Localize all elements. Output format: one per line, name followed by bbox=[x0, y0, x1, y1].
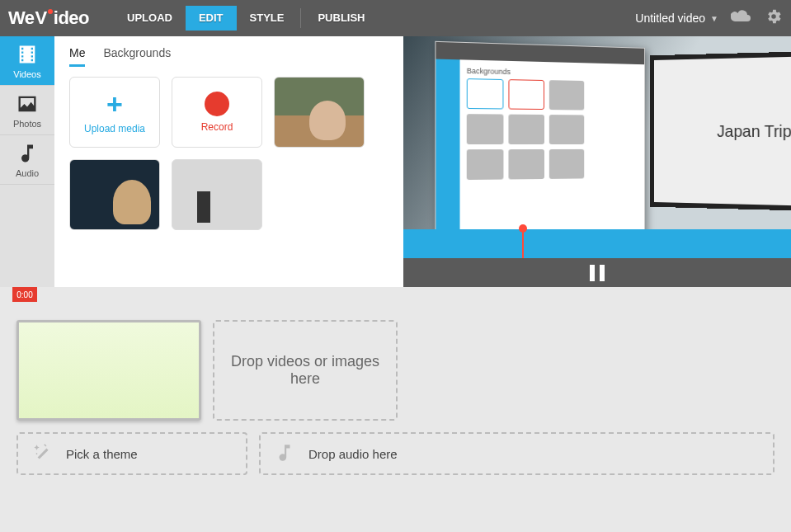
tab-backgrounds[interactable]: Backgrounds bbox=[103, 46, 171, 67]
theme-drop-label: Pick a theme bbox=[66, 447, 138, 461]
project-title-dropdown[interactable]: Untitled video ▼ bbox=[635, 12, 718, 25]
wand-icon bbox=[31, 442, 53, 466]
theme-drop-zone[interactable]: Pick a theme bbox=[16, 432, 247, 475]
nav-publish[interactable]: PUBLISH bbox=[304, 6, 378, 31]
media-thumbnail[interactable] bbox=[172, 159, 262, 230]
preview-canvas[interactable]: Backgrounds Japan Trip bbox=[403, 36, 791, 229]
scrubber-track[interactable] bbox=[403, 229, 791, 258]
nav-style[interactable]: STYLE bbox=[237, 6, 298, 31]
preview-title-text: Japan Trip bbox=[717, 121, 791, 140]
preview-pane: Backgrounds Japan Trip bbox=[403, 36, 791, 287]
media-thumbnail[interactable] bbox=[274, 77, 365, 148]
music-note-icon bbox=[16, 142, 39, 165]
playback-bar bbox=[403, 258, 791, 287]
sidebar-tab-label: Videos bbox=[13, 69, 40, 79]
video-drop-zone[interactable]: Drop videos or images here bbox=[213, 320, 398, 421]
logo-dot-icon bbox=[48, 9, 53, 14]
film-icon bbox=[16, 43, 39, 66]
drop-zone-label: Drop videos or images here bbox=[223, 353, 388, 388]
nav-edit[interactable]: EDIT bbox=[186, 6, 237, 31]
project-title-label: Untitled video bbox=[635, 12, 705, 25]
sidebar-tab-label: Audio bbox=[16, 168, 39, 178]
settings-gear-icon[interactable] bbox=[765, 7, 783, 29]
media-sidebar: Videos Photos Audio bbox=[0, 36, 54, 287]
sidebar-tab-label: Photos bbox=[13, 119, 41, 129]
record-card[interactable]: Record bbox=[172, 77, 262, 148]
cloud-icon[interactable] bbox=[731, 9, 752, 27]
chevron-down-icon: ▼ bbox=[710, 14, 718, 23]
media-thumbnail[interactable] bbox=[69, 159, 160, 230]
record-card-label: Record bbox=[201, 121, 233, 133]
nav-separator bbox=[300, 8, 301, 28]
nav-upload[interactable]: UPLOAD bbox=[114, 6, 186, 31]
main-nav: UPLOAD EDIT STYLE PUBLISH bbox=[114, 6, 378, 31]
media-panel: Me Backgrounds + Upload media Record bbox=[54, 36, 403, 287]
image-icon bbox=[16, 92, 39, 115]
playhead-line bbox=[522, 229, 524, 258]
app-logo: WeVideo bbox=[8, 7, 89, 29]
top-bar: WeVideo UPLOAD EDIT STYLE PUBLISH Untitl… bbox=[0, 0, 791, 36]
music-note-icon bbox=[274, 442, 295, 466]
time-flag[interactable]: 0:00 bbox=[12, 287, 37, 302]
preview-mock-tab: Backgrounds bbox=[467, 67, 638, 79]
sidebar-tab-videos[interactable]: Videos bbox=[0, 36, 54, 86]
sidebar-tab-photos[interactable]: Photos bbox=[0, 86, 54, 135]
timeline: 0:00 Drop videos or images here Pick a t… bbox=[0, 287, 791, 492]
record-circle-icon bbox=[205, 92, 229, 116]
tab-me[interactable]: Me bbox=[69, 46, 85, 67]
upload-card-label: Upload media bbox=[84, 123, 145, 134]
timeline-clip[interactable] bbox=[16, 320, 201, 421]
pause-button[interactable] bbox=[590, 265, 605, 281]
upload-media-card[interactable]: + Upload media bbox=[69, 77, 160, 148]
audio-drop-zone[interactable]: Drop audio here bbox=[259, 432, 775, 475]
sidebar-tab-audio[interactable]: Audio bbox=[0, 135, 54, 185]
plus-icon: + bbox=[106, 90, 123, 118]
audio-drop-label: Drop audio here bbox=[308, 447, 398, 461]
